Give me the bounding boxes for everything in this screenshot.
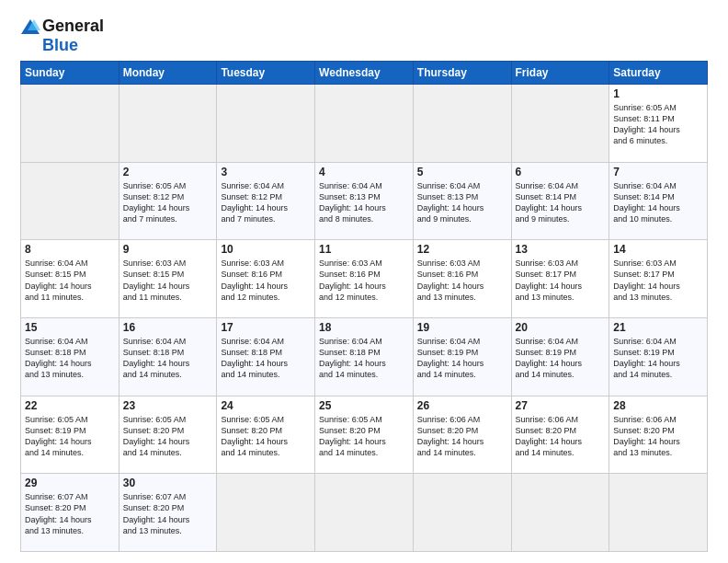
table-row: 7Sunrise: 6:04 AMSunset: 8:14 PMDaylight… bbox=[609, 162, 708, 240]
table-row: 8Sunrise: 6:04 AMSunset: 8:15 PMDaylight… bbox=[21, 240, 119, 318]
table-row: 5Sunrise: 6:04 AMSunset: 8:13 PMDaylight… bbox=[413, 162, 511, 240]
logo-general: General bbox=[42, 17, 104, 36]
table-row: 26Sunrise: 6:06 AMSunset: 8:20 PMDayligh… bbox=[413, 396, 511, 474]
table-row: 1Sunrise: 6:05 AMSunset: 8:11 PMDaylight… bbox=[609, 85, 708, 163]
empty-cell bbox=[21, 162, 119, 240]
empty-cell bbox=[609, 474, 708, 552]
table-row: 2Sunrise: 6:05 AMSunset: 8:12 PMDaylight… bbox=[119, 162, 217, 240]
table-row: 22Sunrise: 6:05 AMSunset: 8:19 PMDayligh… bbox=[21, 396, 119, 474]
table-row: 28Sunrise: 6:06 AMSunset: 8:20 PMDayligh… bbox=[609, 396, 708, 474]
empty-cell bbox=[511, 85, 609, 163]
calendar-table: SundayMondayTuesdayWednesdayThursdayFrid… bbox=[20, 61, 708, 552]
empty-cell bbox=[21, 85, 119, 163]
table-row: 24Sunrise: 6:05 AMSunset: 8:20 PMDayligh… bbox=[217, 396, 315, 474]
empty-cell bbox=[119, 85, 217, 163]
table-row: 3Sunrise: 6:04 AMSunset: 8:12 PMDaylight… bbox=[217, 162, 315, 240]
table-row: 17Sunrise: 6:04 AMSunset: 8:18 PMDayligh… bbox=[217, 317, 315, 396]
logo-icon bbox=[20, 18, 40, 35]
table-row: 29Sunrise: 6:07 AMSunset: 8:20 PMDayligh… bbox=[21, 474, 119, 552]
table-row: 21Sunrise: 6:04 AMSunset: 8:19 PMDayligh… bbox=[609, 317, 708, 396]
empty-cell bbox=[413, 474, 511, 552]
table-row: 11Sunrise: 6:03 AMSunset: 8:16 PMDayligh… bbox=[315, 240, 414, 318]
table-row: 15Sunrise: 6:04 AMSunset: 8:18 PMDayligh… bbox=[21, 317, 119, 396]
calendar-header-wednesday: Wednesday bbox=[315, 62, 414, 85]
table-row: 20Sunrise: 6:04 AMSunset: 8:19 PMDayligh… bbox=[511, 317, 609, 396]
table-row: 6Sunrise: 6:04 AMSunset: 8:14 PMDaylight… bbox=[511, 162, 609, 240]
table-row: 12Sunrise: 6:03 AMSunset: 8:16 PMDayligh… bbox=[413, 240, 511, 318]
calendar-header-monday: Monday bbox=[119, 62, 217, 85]
logo-blue: Blue bbox=[42, 36, 78, 55]
calendar-header-tuesday: Tuesday bbox=[217, 62, 315, 85]
calendar-header-thursday: Thursday bbox=[413, 62, 511, 85]
table-row: 23Sunrise: 6:05 AMSunset: 8:20 PMDayligh… bbox=[119, 396, 217, 474]
table-row: 4Sunrise: 6:04 AMSunset: 8:13 PMDaylight… bbox=[315, 162, 414, 240]
table-row: 25Sunrise: 6:05 AMSunset: 8:20 PMDayligh… bbox=[315, 396, 414, 474]
table-row: 30Sunrise: 6:07 AMSunset: 8:20 PMDayligh… bbox=[119, 474, 217, 552]
calendar-header-saturday: Saturday bbox=[609, 62, 708, 85]
logo: General Blue bbox=[20, 17, 104, 55]
table-row: 14Sunrise: 6:03 AMSunset: 8:17 PMDayligh… bbox=[609, 240, 708, 318]
empty-cell bbox=[511, 474, 609, 552]
table-row: 13Sunrise: 6:03 AMSunset: 8:17 PMDayligh… bbox=[511, 240, 609, 318]
table-row: 18Sunrise: 6:04 AMSunset: 8:18 PMDayligh… bbox=[315, 317, 414, 396]
empty-cell bbox=[217, 85, 315, 163]
header: General Blue bbox=[20, 17, 708, 55]
table-row: 16Sunrise: 6:04 AMSunset: 8:18 PMDayligh… bbox=[119, 317, 217, 396]
table-row: 27Sunrise: 6:06 AMSunset: 8:20 PMDayligh… bbox=[511, 396, 609, 474]
table-row: 19Sunrise: 6:04 AMSunset: 8:19 PMDayligh… bbox=[413, 317, 511, 396]
calendar-header-friday: Friday bbox=[511, 62, 609, 85]
table-row: 9Sunrise: 6:03 AMSunset: 8:15 PMDaylight… bbox=[119, 240, 217, 318]
table-row: 10Sunrise: 6:03 AMSunset: 8:16 PMDayligh… bbox=[217, 240, 315, 318]
empty-cell bbox=[315, 474, 414, 552]
calendar-header-sunday: Sunday bbox=[21, 62, 119, 85]
empty-cell bbox=[217, 474, 315, 552]
empty-cell bbox=[315, 85, 414, 163]
empty-cell bbox=[413, 85, 511, 163]
page: General Blue SundayMondayTuesdayWednesda… bbox=[0, 0, 728, 563]
